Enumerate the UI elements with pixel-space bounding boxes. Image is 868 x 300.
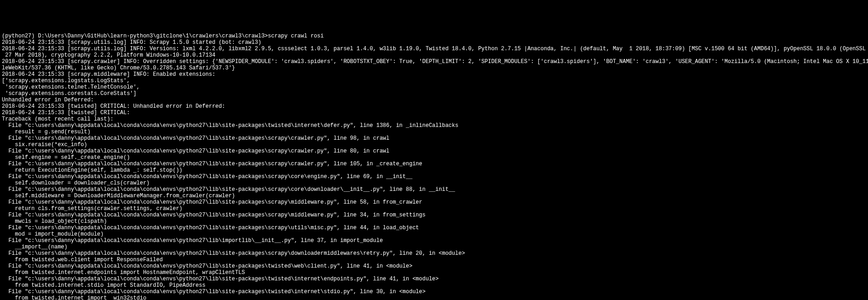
terminal-line: Traceback (most recent call last):: [2, 116, 866, 122]
terminal-line: mod = import_module(module): [2, 231, 866, 237]
terminal-line: leWebKit/537.36 (KHTML, like Gecko) Chro…: [2, 65, 866, 71]
terminal-line: File "c:\users\danny\appdata\local\conda…: [2, 289, 866, 295]
terminal-line: self.middleware = DownloaderMiddlewareMa…: [2, 193, 866, 199]
terminal-line: File "c:\users\danny\appdata\local\conda…: [2, 186, 866, 193]
terminal-line: File "c:\users\danny\appdata\local\conda…: [2, 250, 866, 257]
terminal-line: File "c:\users\danny\appdata\local\conda…: [2, 122, 866, 129]
terminal-output[interactable]: (python27) D:\Users\Danny\GitHub\learn-p…: [0, 32, 868, 300]
terminal-line: 2018-06-24 23:15:33 [twisted] CRITICAL: …: [2, 103, 866, 110]
terminal-line: File "c:\users\danny\appdata\local\conda…: [2, 135, 866, 142]
terminal-line: File "c:\users\danny\appdata\local\conda…: [2, 237, 866, 244]
terminal-line: from twisted.web.client import ResponseF…: [2, 257, 866, 263]
terminal-line: File "c:\users\danny\appdata\local\conda…: [2, 199, 866, 205]
terminal-line: 'scrapy.extensions.telnet.TelnetConsole'…: [2, 84, 866, 90]
terminal-line: 2018-06-24 23:15:33 [scrapy.utils.log] I…: [2, 46, 866, 52]
terminal-line: ['scrapy.extensions.logstats.LogStats',: [2, 78, 866, 84]
terminal-line: __import__(name): [2, 244, 866, 250]
terminal-line: File "c:\users\danny\appdata\local\conda…: [2, 225, 866, 231]
terminal-line: File "c:\users\danny\appdata\local\conda…: [2, 263, 866, 269]
terminal-line: from twisted.internet import _win32stdio: [2, 295, 866, 300]
terminal-line: from twisted.internet.endpoints import H…: [2, 269, 866, 276]
terminal-line: File "c:\users\danny\appdata\local\conda…: [2, 161, 866, 167]
terminal-line: 'scrapy.extensions.corestats.CoreStats']: [2, 90, 866, 97]
terminal-line: 2018-06-24 23:15:33 [scrapy.crawler] INF…: [2, 58, 866, 65]
terminal-line: return ExecutionEngine(self, lambda _: s…: [2, 167, 866, 174]
terminal-line: File "c:\users\danny\appdata\local\conda…: [2, 212, 866, 218]
terminal-line: File "c:\users\danny\appdata\local\conda…: [2, 148, 866, 154]
terminal-line: 2018-06-24 23:15:33 [twisted] CRITICAL:: [2, 110, 866, 116]
terminal-line: 2018-06-24 23:15:33 [scrapy.utils.log] I…: [2, 39, 866, 46]
terminal-line: return cls.from_settings(crawler.setting…: [2, 205, 866, 212]
terminal-line: six.reraise(*exc_info): [2, 142, 866, 148]
terminal-line: File "c:\users\danny\appdata\local\conda…: [2, 276, 866, 282]
terminal-line: self.downloader = downloader_cls(crawler…: [2, 180, 866, 186]
terminal-line: self.engine = self._create_engine(): [2, 154, 866, 161]
terminal-line: (python27) D:\Users\Danny\GitHub\learn-p…: [2, 33, 866, 39]
terminal-line: 2018-06-24 23:15:33 [scrapy.middleware] …: [2, 71, 866, 78]
terminal-line: from twisted.internet.stdio import Stand…: [2, 282, 866, 289]
terminal-line: File "c:\users\danny\appdata\local\conda…: [2, 174, 866, 180]
terminal-line: Unhandled error in Deferred:: [2, 97, 866, 103]
terminal-line: 27 Mar 2018), cryptography 2.2.2, Platfo…: [2, 52, 866, 58]
terminal-line: result = g.send(result): [2, 129, 866, 135]
terminal-line: mwcls = load_object(clspath): [2, 218, 866, 225]
